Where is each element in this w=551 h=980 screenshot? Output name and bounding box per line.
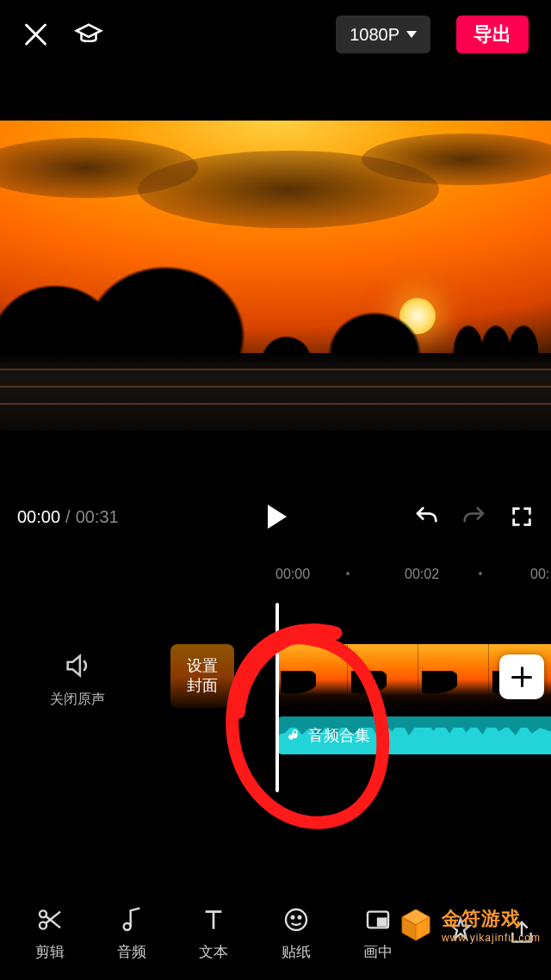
top-bar: 1080P 导出 [0, 0, 551, 69]
set-cover-button[interactable]: 设置 封面 [170, 644, 234, 708]
preview-image [0, 121, 551, 431]
tool-label: 画中 [363, 942, 393, 962]
watermark-name: 金符游戏 [442, 906, 541, 932]
svg-point-3 [286, 909, 306, 930]
pip-icon [362, 904, 393, 935]
ruler-tick: 00:02 [405, 567, 439, 582]
text-icon [198, 904, 229, 935]
speaker-icon [63, 651, 92, 684]
sticker-icon [281, 904, 312, 935]
time-separator: / [65, 507, 71, 527]
tool-label: 贴纸 [282, 942, 311, 962]
redo-button[interactable] [461, 504, 487, 530]
timeline-ruler[interactable]: 00:00 00:02 00: [276, 561, 551, 587]
close-icon[interactable] [22, 22, 48, 47]
tool-label: 剪辑 [35, 942, 65, 962]
music-note-icon [286, 728, 301, 743]
tool-sticker[interactable]: 贴纸 [255, 885, 337, 980]
tool-label: 音频 [117, 942, 146, 962]
tool-edit[interactable]: 剪辑 [9, 885, 90, 980]
playhead[interactable] [276, 603, 279, 792]
timeline: 关闭原声 设置 封面 音频合集 [0, 620, 551, 827]
audio-track[interactable]: 音频合集 [277, 716, 551, 754]
svg-point-0 [40, 910, 46, 917]
duration: 00:31 [76, 507, 119, 527]
chevron-down-icon [406, 31, 417, 38]
undo-button[interactable] [413, 504, 439, 530]
tool-label: 文本 [199, 942, 228, 962]
svg-point-1 [40, 921, 46, 928]
ruler-dot [346, 572, 350, 575]
playback-bar: 00:00 / 00:31 [0, 491, 551, 543]
add-clip-button[interactable] [499, 654, 544, 699]
export-button[interactable]: 导出 [456, 16, 529, 53]
clip-frame [348, 644, 418, 708]
ruler-tick: 00: [530, 567, 549, 582]
clip-frame [418, 644, 489, 708]
cube-icon [397, 906, 435, 944]
music-note-icon [116, 904, 147, 935]
watermark: 金符游戏 www.yikajinfu.com [397, 906, 541, 944]
ruler-dot [479, 572, 482, 575]
current-time: 00:00 [17, 507, 60, 527]
mute-label: 关闭原声 [0, 691, 155, 709]
resolution-label: 1080P [350, 25, 399, 45]
scissors-icon [34, 904, 65, 935]
mute-original-button[interactable]: 关闭原声 [0, 651, 155, 709]
play-icon [268, 505, 287, 529]
svg-point-5 [299, 916, 301, 919]
watermark-url: www.yikajinfu.com [442, 932, 541, 944]
video-preview[interactable] [0, 121, 551, 431]
ruler-tick: 00:00 [276, 567, 310, 582]
cover-label: 设置 封面 [187, 656, 218, 697]
svg-rect-7 [378, 918, 386, 925]
tool-audio[interactable]: 音频 [90, 885, 172, 980]
play-button[interactable] [264, 505, 287, 529]
resolution-button[interactable]: 1080P [336, 16, 430, 53]
audio-track-label: 音频合集 [308, 725, 370, 746]
tool-text[interactable]: 文本 [173, 885, 255, 980]
fullscreen-button[interactable] [510, 505, 534, 529]
svg-point-4 [292, 916, 294, 919]
graduation-cap-icon[interactable] [74, 20, 103, 49]
clip-frame [277, 644, 348, 708]
